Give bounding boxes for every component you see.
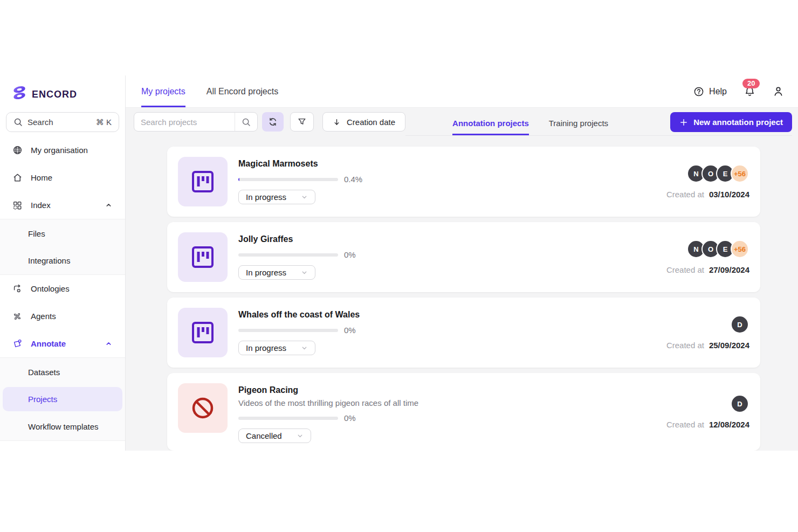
progress-label: 0.4% <box>344 175 362 184</box>
created-date: 03/10/2024 <box>709 190 749 199</box>
chevron-down-icon <box>297 432 304 439</box>
kanban-board-icon <box>190 169 215 194</box>
progress-label: 0% <box>344 326 356 335</box>
chevron-down-icon <box>301 194 308 201</box>
status-dropdown[interactable]: In progress <box>238 265 315 280</box>
sort-by-creation-date-button[interactable]: Creation date <box>322 112 405 132</box>
chevron-up-icon[interactable] <box>105 202 112 209</box>
created-date: 27/09/2024 <box>709 265 749 274</box>
filter-button[interactable] <box>290 112 314 132</box>
project-thumbnail <box>178 308 228 357</box>
sidebar-item-projects[interactable]: Projects <box>3 387 122 411</box>
avatar: D <box>731 395 749 413</box>
refresh-button[interactable] <box>262 112 284 132</box>
tab-label: Annotation projects <box>452 119 529 128</box>
status-value: In progress <box>246 268 286 277</box>
progress-row: 0.4% <box>238 175 362 184</box>
progress-bar <box>238 178 338 181</box>
created-at-label: Created at <box>666 265 704 274</box>
kanban-board-icon <box>190 320 215 345</box>
project-title: Pigeon Racing <box>238 385 418 395</box>
status-dropdown[interactable]: Cancelled <box>238 429 311 443</box>
tab-training-projects[interactable]: Training projects <box>549 112 608 135</box>
avatar-overflow-count: +56 <box>731 240 749 258</box>
sidebar-item-label: Index <box>31 201 51 210</box>
globe-icon <box>12 145 23 155</box>
toolbar: Creation date Annotation projects Traini… <box>126 112 798 136</box>
created-at: Created at 27/09/2024 <box>666 265 749 274</box>
sidebar-search[interactable]: Search ⌘ K <box>6 112 119 132</box>
tab-label: Training projects <box>549 119 608 128</box>
search-submit-button[interactable] <box>235 113 257 131</box>
sidebar-item-label: Integrations <box>28 256 70 265</box>
sidebar-item-datasets[interactable]: Datasets <box>0 358 125 385</box>
project-type-tabs: Annotation projects Training projects Ne… <box>405 112 792 136</box>
progress-bar <box>238 329 338 332</box>
sidebar-item-label: Agents <box>31 312 56 321</box>
tab-annotation-projects[interactable]: Annotation projects <box>452 112 529 135</box>
status-dropdown[interactable]: In progress <box>238 190 315 204</box>
help-button[interactable]: Help <box>693 86 727 97</box>
created-at-label: Created at <box>666 341 704 350</box>
sidebar-item-home[interactable]: Home <box>0 164 125 191</box>
sidebar-item-files[interactable]: Files <box>0 220 125 247</box>
new-project-label: New annotation project <box>693 118 783 127</box>
created-at-label: Created at <box>666 420 704 429</box>
search-icon <box>13 118 23 127</box>
top-bar: My projects All Encord projects Help <box>126 75 798 108</box>
sidebar-item-label: My organisation <box>31 146 88 155</box>
progress-row: 0% <box>238 250 356 259</box>
chevron-down-icon <box>301 269 308 276</box>
search-label: Search <box>27 118 53 127</box>
tab-label: My projects <box>141 87 185 96</box>
sidebar-item-label: Files <box>28 229 45 238</box>
progress-bar <box>238 417 338 420</box>
sidebar-item-annotate[interactable]: Annotate <box>0 330 125 357</box>
progress-row: 0% <box>238 413 418 423</box>
agents-icon <box>12 312 23 321</box>
tab-all-encord-projects[interactable]: All Encord projects <box>207 75 278 107</box>
main-area: My projects All Encord projects Help <box>126 75 798 451</box>
created-at: Created at 12/08/2024 <box>666 420 749 429</box>
collaborator-avatars[interactable]: D <box>731 395 749 413</box>
collaborator-avatars[interactable]: N O E +56 <box>687 164 749 183</box>
created-at: Created at 25/09/2024 <box>666 341 749 350</box>
status-value: In progress <box>246 192 286 202</box>
progress-row: 0% <box>238 326 360 335</box>
kanban-board-icon <box>190 245 215 270</box>
project-card[interactable]: Magical Marmosets 0.4% In progress <box>167 147 760 217</box>
project-thumbnail <box>178 157 228 206</box>
notifications-button[interactable]: 20 <box>744 86 755 97</box>
sidebar-item-label: Projects <box>28 395 57 404</box>
status-dropdown[interactable]: In progress <box>238 341 315 355</box>
sidebar-item-index[interactable]: Index <box>0 191 125 219</box>
project-title: Whales off the coast of Wales <box>238 309 360 320</box>
sidebar-item-label: Annotate <box>31 339 66 348</box>
content-area: Creation date Annotation projects Traini… <box>126 108 798 451</box>
sidebar-item-ontologies[interactable]: Ontologies <box>0 275 125 302</box>
project-card[interactable]: Whales off the coast of Wales 0% In prog… <box>167 298 760 368</box>
sidebar-item-agents[interactable]: Agents <box>0 302 125 330</box>
created-at-label: Created at <box>666 190 704 199</box>
collaborator-avatars[interactable]: D <box>731 315 749 334</box>
tab-label: All Encord projects <box>207 87 278 96</box>
project-search-input[interactable] <box>134 118 235 127</box>
app-window: encord Search ⌘ K My organisation <box>0 75 798 451</box>
created-date: 25/09/2024 <box>709 341 749 350</box>
project-thumbnail <box>178 232 228 282</box>
sidebar-item-integrations[interactable]: Integrations <box>0 247 125 274</box>
sidebar-item-my-organisation[interactable]: My organisation <box>0 136 125 164</box>
sidebar-item-workflow-templates[interactable]: Workflow templates <box>0 413 125 440</box>
encord-logo[interactable]: encord <box>0 75 125 106</box>
chevron-up-icon[interactable] <box>105 340 112 347</box>
encord-logo-icon <box>12 84 27 101</box>
user-account-button[interactable] <box>773 86 784 97</box>
project-title: Jolly Giraffes <box>238 234 356 244</box>
project-card[interactable]: Pigeon Racing Videos of the most thrilli… <box>167 373 760 451</box>
new-annotation-project-button[interactable]: New annotation project <box>670 112 792 132</box>
project-card[interactable]: Jolly Giraffes 0% In progress <box>167 222 760 292</box>
collaborator-avatars[interactable]: N O E +56 <box>687 240 749 258</box>
funnel-icon <box>297 117 307 127</box>
tab-my-projects[interactable]: My projects <box>141 75 185 107</box>
help-label: Help <box>709 87 727 96</box>
